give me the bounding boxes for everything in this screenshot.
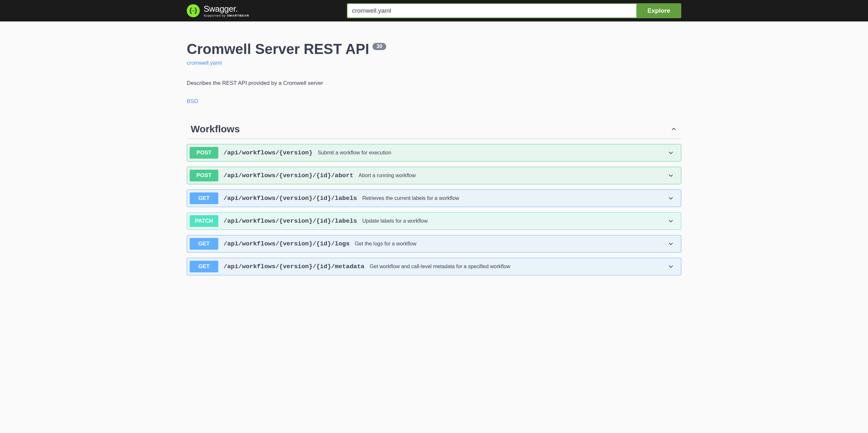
operation-summary: Update labels for a workflow [362, 218, 667, 224]
operation-row[interactable]: GET/api/workflows/{version}/{id}/metadat… [187, 258, 681, 275]
method-badge: GET [190, 193, 218, 204]
license-link[interactable]: BSD [187, 98, 198, 105]
explore-button[interactable]: Explore [637, 3, 681, 18]
operation-row[interactable]: GET/api/workflows/{version}/{id}/labelsR… [187, 190, 681, 207]
operation-row[interactable]: POST/api/workflows/{version}/{id}/abortA… [187, 167, 681, 184]
swagger-logo-icon [187, 4, 200, 17]
operation-path: /api/workflows/{version}/{id}/abort [223, 172, 353, 179]
method-badge: POST [190, 170, 218, 181]
operation-path: /api/workflows/{version}/{id}/metadata [223, 263, 364, 270]
swagger-logo[interactable]: Swagger. Supported by SMARTBEAR [187, 4, 249, 17]
tag-header[interactable]: Workflows [187, 124, 681, 139]
version-badge: 30 [373, 43, 386, 50]
operation-summary: Submit a workflow for execution [318, 150, 667, 156]
spec-url-input[interactable] [347, 3, 637, 18]
operation-path: /api/workflows/{version}/{id}/logs [223, 240, 350, 247]
chevron-down-icon [667, 172, 675, 179]
chevron-down-icon [667, 240, 675, 247]
page-title: Cromwell Server REST API [187, 41, 369, 57]
operation-path: /api/workflows/{version}/{id}/labels [223, 195, 357, 202]
tag-title: Workflows [191, 124, 240, 135]
chevron-down-icon [667, 195, 675, 202]
operation-summary: Get workflow and call-level metadata for… [370, 264, 667, 269]
logo-subtext: Supported by SMARTBEAR [204, 14, 249, 17]
svg-point-1 [193, 10, 193, 11]
operation-path: /api/workflows/{version}/{id}/labels [223, 218, 357, 225]
operation-row[interactable]: PATCH/api/workflows/{version}/{id}/label… [187, 212, 681, 230]
operation-summary: Abort a running workflow [359, 173, 667, 178]
chevron-down-icon [667, 149, 675, 156]
method-badge: GET [190, 238, 218, 249]
operation-path: /api/workflows/{version} [223, 149, 313, 156]
api-info: Cromwell Server REST API 30 cromwell.yam… [187, 41, 681, 105]
operation-row[interactable]: GET/api/workflows/{version}/{id}/logsGet… [187, 235, 681, 253]
operation-summary: Get the logs for a workflow [355, 241, 667, 247]
api-description: Describes the REST API provided by a Cro… [187, 80, 681, 87]
chevron-down-icon [667, 218, 675, 225]
svg-point-0 [192, 10, 192, 11]
logo-text: Swagger. [204, 5, 249, 13]
method-badge: GET [190, 261, 218, 272]
method-badge: POST [190, 147, 218, 159]
svg-point-2 [194, 10, 195, 11]
spec-file-link[interactable]: cromwell.yaml [187, 60, 681, 66]
method-badge: PATCH [190, 215, 218, 227]
chevron-up-icon [670, 126, 677, 133]
topbar: Swagger. Supported by SMARTBEAR Explore [0, 0, 868, 22]
chevron-down-icon [667, 263, 675, 270]
operation-summary: Retrieves the current labels for a workf… [362, 195, 667, 201]
tag-section-workflows: Workflows POST/api/workflows/{version}Su… [187, 124, 681, 275]
operation-row[interactable]: POST/api/workflows/{version}Submit a wor… [187, 144, 681, 162]
